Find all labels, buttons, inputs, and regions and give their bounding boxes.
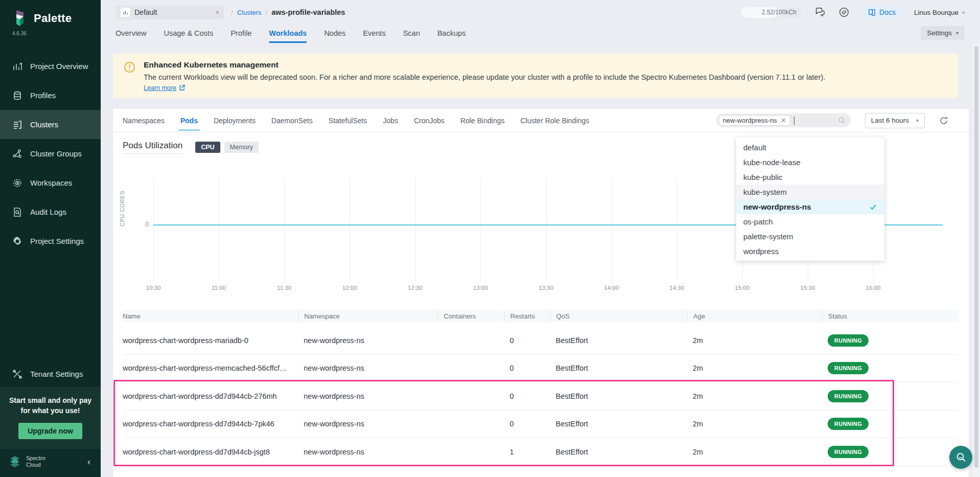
x-tick: 15:30 (801, 285, 815, 291)
tab-usage-costs[interactable]: Usage & Costs (164, 24, 213, 42)
chart-x-axis: 10:30 11:00 11:30 12:00 12:30 13:00 13:3… (153, 285, 943, 293)
sidebar-item-tenant-settings[interactable]: Tenant Settings (0, 361, 101, 387)
tab-statefulsets[interactable]: StatefulSets (329, 110, 368, 131)
banner-content: Enhanced Kubernetes management The curre… (144, 60, 825, 98)
chevron-down-icon: ▾ (216, 9, 219, 16)
sidebar-item-clusters[interactable]: Clusters (0, 110, 101, 139)
breadcrumb-current: aws-profile-variables (271, 8, 345, 16)
status-badge: RUNNING (828, 334, 869, 347)
pod-restarts: 0 (504, 336, 550, 345)
scrollbar-track[interactable] (973, 43, 980, 477)
table-row[interactable]: wordpress-chart-wordpress-dd7d944cb-jsgt… (123, 438, 958, 466)
dropdown-item-kube-node-lease[interactable]: kube-node-lease (736, 155, 884, 170)
tab-namespaces[interactable]: Namespaces (123, 110, 165, 131)
table-row[interactable]: wordpress-chart-wordpress-memcached-56cf… (123, 355, 958, 383)
tab-nodes[interactable]: Nodes (324, 24, 346, 42)
top-bar-right: 2.52/100kCh Docs Linus Bourque ▾ (741, 6, 965, 19)
chevron-down-icon: ▾ (956, 30, 959, 36)
time-range-select[interactable]: Last 6 hours ▾ (865, 113, 925, 128)
col-header-containers: Containers (438, 310, 504, 322)
scrollbar-thumb[interactable] (974, 46, 978, 468)
dropdown-item-wordpress[interactable]: wordpress (736, 244, 884, 259)
cpu-toggle[interactable]: CPU (195, 142, 220, 153)
dropdown-item-new-wordpress-ns[interactable]: new-wordpress-ns (736, 199, 884, 214)
pod-name: wordpress-chart-wordpress-dd7d944cb-jsgt… (123, 448, 298, 456)
app-title: Palette (34, 12, 72, 25)
sidebar-item-project-settings[interactable]: Project Settings (0, 226, 101, 256)
breadcrumb-clusters-link[interactable]: Clusters (237, 9, 262, 16)
support-fab-button[interactable] (949, 446, 972, 469)
dropdown-item-kube-system[interactable]: kube-system (736, 185, 884, 199)
table-row[interactable]: wordpress-chart-wordpress-dd7d944cb-7pk4… (123, 411, 958, 439)
tab-role-bindings[interactable]: Role Bindings (461, 110, 505, 131)
refresh-icon[interactable] (939, 116, 948, 125)
pod-name: wordpress-chart-wordpress-mariadb-0 (123, 336, 298, 345)
chart-y-axis-label: CPU CORES (119, 191, 125, 226)
tab-jobs[interactable]: Jobs (383, 110, 398, 131)
learn-more-link[interactable]: Learn more (144, 84, 185, 92)
tab-overview[interactable]: Overview (116, 24, 146, 42)
help-icon[interactable] (838, 7, 850, 18)
table-row[interactable]: wordpress-chart-wordpress-mariadb-0 new-… (123, 327, 958, 355)
pod-name: wordpress-chart-wordpress-memcached-56cf… (123, 364, 298, 372)
chart-y-tick: 0 (133, 221, 149, 228)
upgrade-panel: Start small and only pay for what you us… (0, 387, 101, 448)
tab-profile[interactable]: Profile (231, 24, 252, 42)
sidebar-collapse-chevron-icon[interactable]: ‹ (84, 456, 94, 468)
x-tick: 11:30 (277, 285, 291, 291)
breadcrumb: / Clusters / aws-profile-variables (231, 8, 345, 16)
usage-meter-value: 2.52/100kCh (762, 9, 796, 16)
upgrade-now-button[interactable]: Upgrade now (18, 423, 82, 439)
workload-controls: new-wordpress-ns ✕ Last 6 hours ▾ (716, 113, 969, 128)
sidebar-item-project-overview[interactable]: Project Overview (0, 52, 101, 81)
dropdown-item-default[interactable]: default (736, 140, 884, 155)
namespace-filter-tag: new-wordpress-ns ✕ (719, 115, 790, 126)
sidebar-item-workspaces[interactable]: Workspaces (0, 168, 101, 197)
workload-tabs-row: Namespaces Pods Deployments DaemonSets S… (113, 109, 969, 132)
sidebar-item-label: Clusters (30, 120, 58, 129)
table-row[interactable]: wordpress-chart-wordpress-dd7d944cb-276m… (123, 382, 958, 411)
project-selector[interactable]: Default ▾ (116, 6, 224, 19)
user-menu[interactable]: Linus Bourque ▾ (914, 9, 965, 16)
pod-qos: BestEffort (550, 448, 687, 456)
sidebar-item-audit-logs[interactable]: Audit Logs (0, 197, 101, 226)
col-header-qos: QoS (550, 310, 687, 322)
footer-brand-line2: Cloud (26, 462, 45, 469)
docs-label: Docs (879, 8, 896, 16)
sidebar-item-label: Tenant Settings (30, 370, 83, 378)
tab-daemonsets[interactable]: DaemonSets (271, 110, 313, 131)
tab-events[interactable]: Events (363, 24, 385, 42)
namespace-filter-input[interactable]: new-wordpress-ns ✕ (716, 113, 851, 127)
namespace-dropdown: default kube-node-lease kube-public kube… (736, 138, 884, 261)
cluster-tabs-row: Overview Usage & Costs Profile Workloads… (101, 21, 980, 44)
tab-deployments[interactable]: Deployments (214, 110, 256, 131)
x-tick: 11:00 (212, 285, 226, 291)
x-tick: 12:30 (408, 285, 423, 291)
status-badge: RUNNING (828, 446, 869, 458)
app-version: 4.6.36 (0, 29, 101, 43)
table-header: Name Namespace Containers Restarts QoS A… (123, 310, 958, 322)
tab-cluster-role-bindings[interactable]: Cluster Role Bindings (520, 110, 589, 131)
tab-workloads[interactable]: Workloads (269, 24, 307, 42)
tab-backups[interactable]: Backups (437, 24, 466, 42)
x-tick: 13:00 (473, 285, 488, 291)
memory-toggle[interactable]: Memory (224, 142, 259, 153)
dropdown-item-os-patch[interactable]: os-patch (736, 214, 884, 229)
profiles-icon (12, 90, 22, 101)
chat-icon[interactable] (814, 7, 826, 18)
tab-scan[interactable]: Scan (403, 24, 420, 42)
learn-more-label: Learn more (144, 84, 176, 92)
warning-icon (124, 61, 135, 73)
pod-qos: BestEffort (550, 336, 687, 345)
tab-pods[interactable]: Pods (180, 110, 198, 131)
settings-button[interactable]: Settings ▾ (921, 26, 965, 40)
sidebar-item-profiles[interactable]: Profiles (0, 81, 101, 110)
dropdown-item-palette-system[interactable]: palette-system (736, 229, 884, 244)
dropdown-item-kube-public[interactable]: kube-public (736, 170, 884, 185)
remove-tag-icon[interactable]: ✕ (781, 117, 786, 124)
status-badge: RUNNING (828, 362, 869, 374)
sidebar-item-cluster-groups[interactable]: Cluster Groups (0, 139, 101, 168)
pod-age: 2m (687, 392, 822, 400)
docs-button[interactable]: Docs (862, 6, 901, 19)
tab-cronjobs[interactable]: CronJobs (414, 110, 445, 131)
